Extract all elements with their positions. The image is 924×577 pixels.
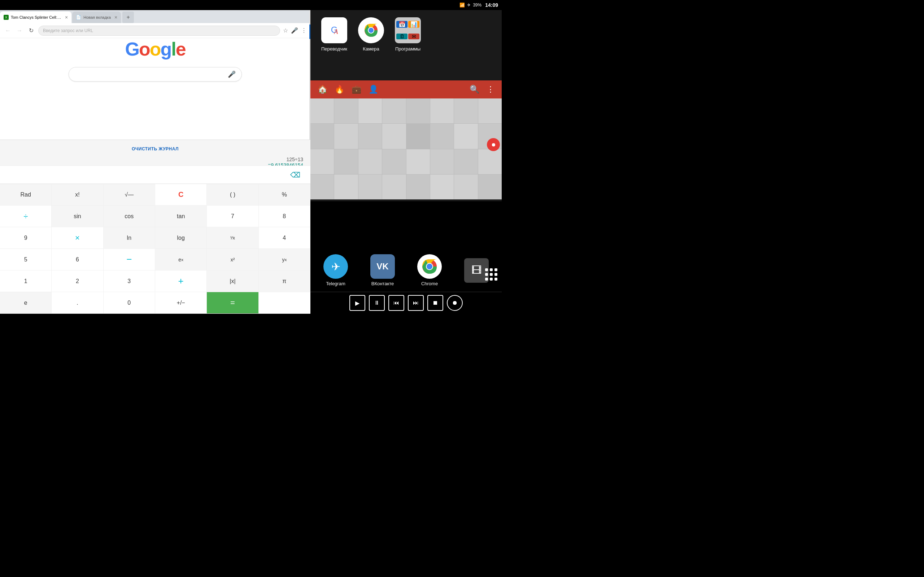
calc-btn-dot[interactable]: . — [52, 292, 103, 314]
google-letter-e: e — [176, 39, 186, 60]
calc-btn-divide[interactable]: ÷ — [0, 206, 52, 227]
launcher-label-programs: Программы — [395, 46, 420, 52]
calc-btn-abs[interactable]: |x| — [207, 271, 258, 292]
calc-btn-square[interactable]: x² — [207, 249, 258, 271]
programs-folder-icon: 📅 📊 🗓 ✉ — [395, 17, 421, 43]
media-stop-button[interactable]: ⏹ — [427, 295, 443, 311]
calc-btn-3[interactable]: 3 — [103, 271, 155, 292]
bottom-dock: ✈ Telegram VK ВКонтакте — [310, 249, 502, 314]
calc-btn-0[interactable]: 0 — [103, 292, 155, 314]
calc-display: ⌫ — [0, 166, 310, 184]
vk-briefcase-icon[interactable]: 💼 — [352, 85, 361, 94]
calc-btn-negate[interactable]: +/− — [155, 292, 207, 314]
media-pause-button[interactable]: ⏸ — [369, 295, 385, 311]
tab-close-new[interactable]: × — [115, 15, 117, 20]
media-controls: ▶ ⏸ ⏮ ⏭ ⏹ ⏺ — [310, 292, 502, 314]
dock-app-drawer[interactable] — [485, 268, 498, 281]
nav-back-button[interactable]: ← — [3, 27, 12, 34]
calc-btn-minus[interactable]: − — [103, 249, 155, 271]
dock-app-vk[interactable]: VK ВКонтакте — [365, 254, 401, 286]
media-record-button[interactable]: ⏺ — [447, 295, 463, 311]
google-logo: Google — [125, 38, 185, 60]
launcher-label-translate: Переводчик — [321, 46, 347, 52]
calc-btn-log[interactable]: log — [155, 227, 207, 249]
nav-refresh-button[interactable]: ↻ — [27, 27, 36, 34]
tab-title-splinter-cell: Tom Clancys Splinter Cell: B... — [11, 15, 61, 19]
calc-backspace-button[interactable]: ⌫ — [287, 169, 303, 181]
search-mic-icon[interactable]: 🎤 — [228, 70, 236, 78]
calc-btn-power[interactable]: yx — [259, 249, 310, 271]
calc-btn-sqrt[interactable]: √— — [103, 184, 155, 206]
media-forward-button[interactable]: ⏭ — [408, 295, 424, 311]
calc-clear-history-button[interactable]: ОЧИСТИТЬ ЖУРНАЛ — [0, 143, 310, 154]
calc-btn-ln[interactable]: ln — [103, 227, 155, 249]
google-letter-g2: g — [160, 39, 171, 60]
vk-banner: 🏠 🔥 💼 👤 🔍 ⋮ — [310, 81, 502, 98]
nav-forward-button[interactable]: → — [15, 27, 24, 34]
chrome-icon-dock — [417, 254, 442, 279]
vk-search-icon[interactable]: 🔍 — [470, 85, 479, 94]
chrome-browser: X Tom Clancys Splinter Cell: B... × 📄 Но… — [0, 10, 310, 140]
calc-btn-sin[interactable]: sin — [52, 206, 103, 227]
launcher-app-programs[interactable]: 📅 📊 🗓 ✉ Программы — [395, 17, 421, 52]
launcher-app-camera[interactable]: Камера — [358, 17, 384, 52]
vk-nav-bar: 🏠 🔥 💼 👤 🔍 ⋮ — [310, 85, 502, 94]
new-tab-button[interactable]: + — [122, 11, 134, 23]
calc-btn-9[interactable]: 9 — [0, 227, 52, 249]
status-bar: 📶 ✈ 39% 14:09 — [0, 0, 502, 10]
calc-btn-multiply[interactable]: × — [52, 227, 103, 249]
calc-btn-clear[interactable]: C — [155, 184, 207, 206]
calc-btn-percent[interactable]: % — [259, 184, 310, 206]
google-letter-o2: o — [150, 39, 161, 60]
calc-btn-cos[interactable]: cos — [103, 206, 155, 227]
calc-btn-equals[interactable]: = — [207, 292, 258, 314]
tab-new-tab[interactable]: 📄 Новая вкладка × — [72, 11, 121, 23]
status-icons: 📶 ✈ 39% 14:09 — [459, 2, 498, 8]
vk-home-icon[interactable]: 🏠 — [318, 85, 327, 94]
calc-btn-rad[interactable]: Rad — [0, 184, 52, 206]
clock: 14:09 — [485, 2, 498, 8]
telegram-logo: ✈ — [331, 260, 340, 273]
calc-btn-1[interactable]: 1 — [0, 271, 52, 292]
media-play-button[interactable]: ▶ — [349, 295, 365, 311]
mic-icon[interactable]: 🎤 — [291, 27, 298, 34]
filmstrip-icon: 🎞 — [472, 264, 481, 276]
vk-content-area — [310, 98, 502, 200]
calc-btn-tan[interactable]: tan — [155, 206, 207, 227]
calc-btn-parens[interactable]: ( ) — [207, 184, 258, 206]
launcher-app-translate[interactable]: G A Переводчик — [321, 17, 347, 52]
svg-point-10 — [426, 264, 432, 269]
calc-btn-7[interactable]: 7 — [207, 206, 258, 227]
calc-btn-5[interactable]: 5 — [0, 249, 52, 271]
dock-app-telegram[interactable]: ✈ Telegram — [318, 254, 354, 286]
tab-close-button[interactable]: × — [65, 15, 68, 20]
calc-btn-inverse[interactable]: ¹⁄x — [207, 227, 258, 249]
vk-logo: VK — [376, 261, 388, 272]
launcher-apps-row: G A Переводчик — [310, 10, 502, 59]
calc-btn-factorial[interactable]: x! — [52, 184, 103, 206]
chrome-addressbar: ← → ↻ Введите запрос или URL ☆ 🎤 ⋮ — [0, 23, 310, 38]
bookmark-icon[interactable]: ☆ — [283, 27, 288, 34]
dock-app-chrome[interactable]: Chrome — [412, 254, 447, 286]
calc-btn-plus[interactable]: + — [155, 271, 207, 292]
vk-profile-icon[interactable]: 👤 — [368, 85, 378, 94]
calc-btn-2[interactable]: 2 — [52, 271, 103, 292]
calc-btn-exp[interactable]: ex — [155, 249, 207, 271]
record-button[interactable]: ⏺ — [487, 138, 500, 151]
vk-fire-icon[interactable]: 🔥 — [334, 85, 344, 94]
vk-more-icon[interactable]: ⋮ — [486, 85, 494, 94]
google-search-box[interactable]: 🎤 — [69, 67, 242, 82]
calc-result-1: =9.6153846154 — [7, 162, 303, 166]
media-rewind-button[interactable]: ⏮ — [388, 295, 404, 311]
calc-btn-euler[interactable]: e — [0, 292, 52, 314]
scroll-indicator — [309, 10, 310, 140]
calc-btn-pi[interactable]: π — [259, 271, 310, 292]
address-placeholder: Введите запрос или URL — [43, 28, 93, 33]
menu-icon[interactable]: ⋮ — [301, 27, 307, 34]
tab-splinter-cell[interactable]: X Tom Clancys Splinter Cell: B... × — [0, 11, 71, 23]
calc-history-panel: ОЧИСТИТЬ ЖУРНАЛ 125÷13 =9.6153846154 3,0… — [0, 140, 310, 166]
calc-btn-4[interactable]: 4 — [259, 227, 310, 249]
calc-btn-8[interactable]: 8 — [259, 206, 310, 227]
address-bar[interactable]: Введите запрос или URL — [38, 26, 280, 36]
calc-btn-6[interactable]: 6 — [52, 249, 103, 271]
